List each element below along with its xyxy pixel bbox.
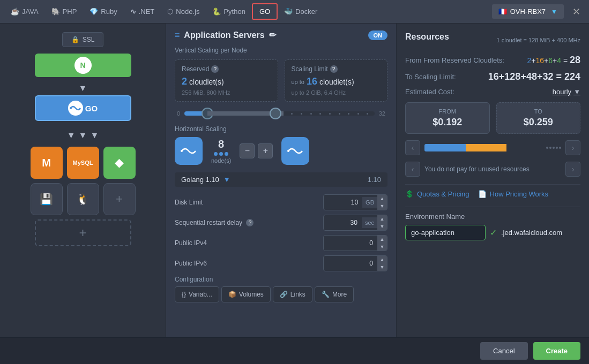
- ubuntu-node[interactable]: 🐧: [67, 183, 99, 215]
- version-selector[interactable]: Golang 1.10 ▼ 1.10: [175, 172, 387, 187]
- storage-node[interactable]: 💾: [31, 183, 63, 215]
- ipv4-input[interactable]: 0 ▲ ▼: [323, 235, 387, 251]
- node-num: 8: [211, 138, 231, 150]
- scaling-info-icon[interactable]: ?: [330, 65, 338, 73]
- plus-button[interactable]: +: [258, 143, 273, 158]
- slider-dots-area: [275, 111, 374, 116]
- go-node[interactable]: GO: [35, 95, 131, 121]
- right-panel: Resources 1 cloudlet = 128 MiB + 400 MHz…: [396, 24, 589, 337]
- from-cloudlets-value: 2+16+6+4 = 28: [527, 55, 580, 66]
- price-boxes: FROM $0.192 TO $0.259: [405, 102, 580, 134]
- version-name: Golang 1.10: [181, 176, 219, 184]
- variables-label: Variab...: [189, 291, 212, 298]
- h-scale-controls: 8 node(s) − +: [175, 137, 387, 165]
- slider-track[interactable]: [184, 111, 375, 116]
- p-dot-1: [546, 147, 548, 149]
- variables-tab[interactable]: {} Variab...: [175, 286, 219, 302]
- reserved-info-icon[interactable]: ?: [211, 65, 219, 73]
- nginx-node[interactable]: N: [35, 54, 131, 77]
- add-service-icon: +: [79, 225, 86, 240]
- progress-bar: [424, 144, 542, 151]
- ipv6-down-button[interactable]: ▼: [377, 263, 387, 271]
- nav-php[interactable]: 🐘 PHP: [45, 4, 84, 19]
- disk-limit-row: Disk Limit 10 GB ▲ ▼: [175, 194, 387, 210]
- plus3: +: [553, 56, 557, 65]
- restart-info-icon[interactable]: ?: [246, 219, 254, 226]
- mysql-node[interactable]: MySQL: [67, 147, 99, 179]
- slider-dot: [339, 113, 340, 115]
- cancel-button[interactable]: Cancel: [480, 342, 527, 360]
- php-icon: 🐘: [51, 7, 60, 16]
- edit-icon[interactable]: ✏: [269, 30, 276, 40]
- links-tab[interactable]: 🔗 Links: [273, 286, 312, 302]
- minus-button[interactable]: −: [240, 143, 255, 158]
- nav-python-label: Python: [223, 7, 245, 16]
- nav-python[interactable]: 🐍 Python: [206, 4, 251, 19]
- ipv4-down-button[interactable]: ▼: [377, 243, 387, 251]
- quotas-link[interactable]: 💲 Quotas & Pricing: [405, 190, 469, 198]
- mongo-node[interactable]: ◆: [103, 147, 136, 179]
- ipv6-row: Public IPv6 0 ▲ ▼: [175, 255, 387, 271]
- disk-limit-input[interactable]: 10 GB ▲ ▼: [323, 194, 387, 210]
- prev-arrow-button[interactable]: ‹: [405, 140, 420, 155]
- to-scaling-label: To Scaling Limit:: [405, 73, 456, 81]
- go-node-icon-left: [175, 137, 203, 165]
- nav-dotnet[interactable]: ∿ .NET: [124, 4, 161, 19]
- restart-value: 30: [324, 217, 362, 229]
- env-label: Environment Name: [405, 213, 580, 221]
- slider-max: 32: [379, 110, 385, 117]
- unused-prev-button[interactable]: ‹: [405, 162, 420, 177]
- toggle-label: ON: [374, 32, 383, 39]
- slider-container: 0 32: [175, 110, 387, 117]
- eq1: =: [561, 56, 570, 65]
- add-node-button[interactable]: +: [103, 183, 136, 215]
- cost-chevron-icon: ▼: [573, 88, 580, 96]
- quotas-label: Quotas & Pricing: [417, 190, 469, 198]
- maven-node[interactable]: M: [31, 147, 63, 179]
- scaling-limit-title: Scaling Limit ?: [292, 65, 381, 73]
- quotas-row: 💲 Quotas & Pricing 📄 How Pricing Works: [405, 190, 580, 198]
- volumes-tab[interactable]: 📦 Volumes: [221, 286, 271, 302]
- ipv6-up-button[interactable]: ▲: [377, 256, 387, 263]
- toggle-on[interactable]: ON: [368, 31, 388, 40]
- nav-go[interactable]: GO: [252, 3, 278, 20]
- restart-down-button[interactable]: ▼: [377, 223, 387, 230]
- nav-ruby[interactable]: 💎 Ruby: [83, 4, 123, 19]
- unused-next-button[interactable]: ›: [565, 162, 580, 177]
- close-button[interactable]: ✕: [568, 4, 585, 20]
- bottom-bar: Cancel Create: [0, 337, 589, 364]
- ssl-button[interactable]: 🔒 SSL: [62, 32, 104, 47]
- node-dots: [211, 152, 231, 156]
- volumes-label: Volumes: [239, 291, 264, 298]
- version-left[interactable]: Golang 1.10 ▼: [181, 176, 230, 184]
- links-label: Links: [290, 291, 305, 298]
- nav-java[interactable]: ☕ JAVA: [4, 4, 45, 19]
- next-arrow-button[interactable]: ›: [565, 140, 580, 155]
- restart-delay-input[interactable]: 30 sec ▲ ▼: [323, 215, 387, 231]
- from-total: 28: [570, 55, 580, 65]
- region-selector[interactable]: 🇫🇷 OVH-RBX7 ▼: [492, 4, 564, 19]
- disk-down-button[interactable]: ▼: [377, 202, 387, 210]
- chevron-down-version-icon: ▼: [223, 176, 230, 184]
- svg-point-0: [70, 107, 72, 109]
- domain-suffix: .jed.wafaicloud.com: [501, 229, 562, 237]
- to-scaling-row: To Scaling Limit: 16+128+48+32 = 224: [405, 71, 580, 82]
- env-name-input[interactable]: [405, 225, 486, 240]
- from-cloudlets-row: From From Reserved Cloudlets: 2+16+6+4 =…: [405, 55, 580, 66]
- ipv6-label: Public IPv6: [175, 260, 323, 267]
- pricing-link[interactable]: 📄 How Pricing Works: [478, 190, 549, 198]
- disk-up-button[interactable]: ▲: [377, 195, 387, 202]
- ipv6-input[interactable]: 0 ▲ ▼: [323, 255, 387, 271]
- ipv4-up-button[interactable]: ▲: [377, 236, 387, 243]
- more-tab[interactable]: 🔧 More: [315, 286, 354, 302]
- from-num-orange: 16: [535, 56, 544, 65]
- restart-up-button[interactable]: ▲: [377, 215, 387, 223]
- add-service-button[interactable]: +: [35, 219, 131, 246]
- config-label: Configuration: [175, 276, 387, 283]
- cost-period-selector[interactable]: hourly ▼: [553, 88, 580, 96]
- progress-bar-container: ‹ ›: [405, 140, 580, 155]
- ssl-label: SSL: [83, 36, 95, 43]
- nav-nodejs[interactable]: ⬡ Node.js: [161, 4, 206, 19]
- create-button[interactable]: Create: [533, 342, 580, 360]
- nav-docker[interactable]: 🐳 Docker: [278, 4, 324, 19]
